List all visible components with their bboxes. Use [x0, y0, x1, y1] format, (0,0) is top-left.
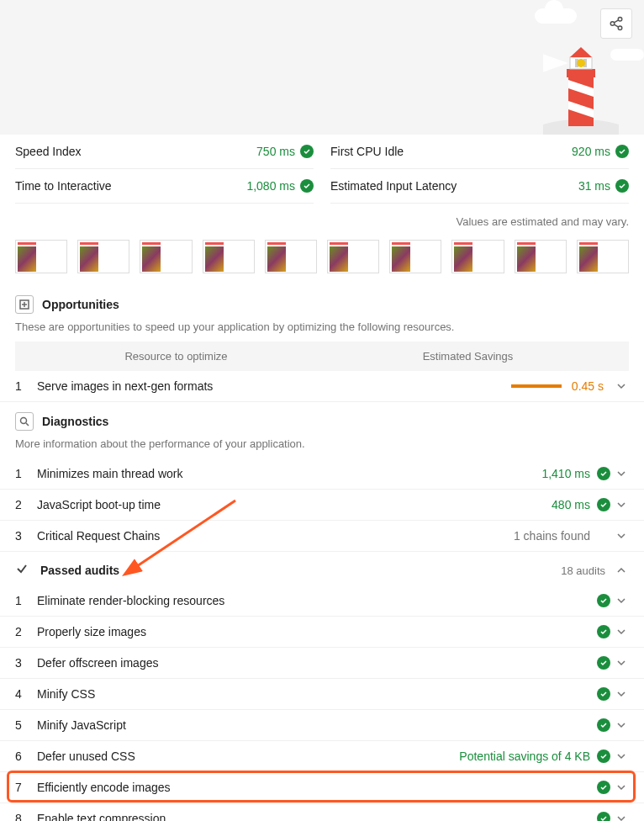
svg-line-3	[614, 24, 618, 27]
chevron-up-icon[interactable]	[614, 565, 629, 575]
metric-row: Estimated Input Latency 31 ms	[330, 169, 629, 204]
passed-audit-row[interactable]: 5 Minify JavaScript	[0, 710, 644, 741]
section-title: Opportunities	[42, 298, 119, 311]
audit-title: Efficiently encode images	[37, 781, 597, 794]
passed-audit-row[interactable]: 7 Efficiently encode images	[0, 772, 644, 803]
passed-audit-row[interactable]: 2 Properly size images	[0, 617, 644, 648]
audit-num: 3	[15, 656, 37, 670]
passed-audit-row[interactable]: 8 Enable text compression	[0, 803, 644, 821]
pass-icon	[597, 749, 610, 763]
filmstrip-thumb	[203, 240, 255, 273]
report-header	[0, 0, 644, 135]
svg-point-2	[618, 26, 622, 30]
svg-line-17	[26, 423, 29, 426]
chevron-down-icon[interactable]	[614, 751, 629, 761]
chevron-down-icon[interactable]	[614, 531, 629, 541]
audit-value: 1,410 ms	[541, 467, 590, 480]
metric-row: Speed Index 750 ms	[15, 135, 314, 169]
audit-count: 18 audits	[561, 564, 605, 577]
audit-num: 1	[15, 594, 37, 607]
passed-audit-row[interactable]: 4 Minify CSS	[0, 679, 644, 710]
audit-title: Defer unused CSS	[37, 749, 459, 763]
pass-icon	[597, 687, 610, 701]
audit-title: Defer offscreen images	[37, 656, 597, 670]
lighthouse-icon	[543, 34, 619, 135]
cloud-decoration	[535, 8, 577, 24]
metric-label: First CPU Idle	[330, 145, 404, 158]
col-header: Estimated Savings	[322, 350, 614, 363]
svg-point-0	[618, 18, 622, 22]
pass-icon	[300, 179, 314, 193]
svg-marker-12	[570, 47, 592, 57]
section-desc: More information about the performance o…	[0, 436, 644, 458]
chevron-down-icon[interactable]	[614, 500, 629, 510]
chevron-down-icon[interactable]	[614, 381, 629, 391]
metric-label: Speed Index	[15, 145, 82, 158]
passed-audit-row[interactable]: 6 Defer unused CSS Potential savings of …	[0, 741, 644, 772]
metrics-grid: Speed Index 750 ms Time to Interactive 1…	[0, 135, 644, 204]
metric-value: 1,080 ms	[246, 179, 314, 193]
chevron-down-icon[interactable]	[614, 596, 629, 606]
filmstrip	[0, 236, 644, 285]
passed-audit-row[interactable]: 1 Eliminate render-blocking resources	[0, 585, 644, 617]
pass-icon	[615, 179, 629, 193]
audit-num: 1	[15, 379, 37, 393]
share-icon	[609, 16, 624, 31]
audit-num: 4	[15, 687, 37, 701]
filmstrip-thumb	[451, 240, 504, 273]
opportunities-icon	[15, 295, 34, 314]
svg-point-1	[610, 22, 615, 26]
audit-title: Serve images in next-gen formats	[37, 379, 511, 393]
chevron-down-icon[interactable]	[614, 627, 629, 637]
audit-num: 8	[15, 812, 37, 821]
pass-icon	[615, 145, 629, 158]
chevron-down-icon[interactable]	[614, 720, 629, 730]
chevron-down-icon[interactable]	[614, 469, 629, 479]
filmstrip-thumb	[389, 240, 441, 273]
opportunity-row[interactable]: 1 Serve images in next-gen formats 0.45 …	[0, 371, 644, 402]
passed-audits-header[interactable]: Passed audits 18 audits	[0, 552, 644, 585]
audit-title: Minify CSS	[37, 687, 597, 701]
chevron-down-icon[interactable]	[614, 658, 629, 668]
metric-label: Time to Interactive	[15, 179, 112, 193]
metric-row: Time to Interactive 1,080 ms	[15, 169, 314, 204]
pass-icon	[597, 812, 610, 821]
svg-rect-7	[567, 69, 595, 77]
filmstrip-thumb	[77, 240, 129, 273]
audit-value: 480 ms	[552, 498, 590, 511]
diagnostics-icon	[15, 412, 34, 431]
savings-bar	[511, 384, 562, 388]
pass-icon	[597, 467, 610, 480]
passed-audit-row[interactable]: 3 Defer offscreen images	[0, 648, 644, 679]
audit-value: 0.45 s	[572, 379, 604, 393]
metric-value: 920 ms	[572, 145, 629, 158]
chevron-down-icon[interactable]	[614, 782, 629, 792]
col-header: Resource to optimize	[30, 350, 322, 363]
audit-title: Critical Request Chains	[37, 529, 514, 543]
pass-icon	[597, 625, 610, 638]
svg-point-16	[21, 418, 27, 424]
audit-title: Minify JavaScript	[37, 718, 597, 732]
pass-icon	[300, 145, 314, 158]
pass-icon	[597, 498, 610, 511]
audit-title: Eliminate render-blocking resources	[37, 594, 597, 607]
audit-num: 2	[15, 498, 37, 511]
audit-num: 5	[15, 718, 37, 732]
filmstrip-thumb	[15, 240, 67, 273]
opportunities-header: Opportunities	[0, 285, 644, 319]
diagnostic-row[interactable]: 1 Minimizes main thread work 1,410 ms	[0, 458, 644, 490]
estimated-note: Values are estimated and may vary.	[0, 204, 644, 236]
audit-title: Minimizes main thread work	[37, 467, 541, 480]
audit-value: Potential savings of 4 KB	[459, 749, 590, 763]
metric-row: First CPU Idle 920 ms	[330, 135, 629, 169]
filmstrip-thumb	[265, 240, 317, 273]
audit-num: 2	[15, 625, 37, 638]
pass-icon	[597, 594, 610, 607]
filmstrip-thumb	[327, 240, 379, 273]
diagnostic-row[interactable]: 3 Critical Request Chains 1 chains found	[0, 521, 644, 552]
chevron-down-icon[interactable]	[614, 813, 629, 821]
filmstrip-thumb	[140, 240, 192, 273]
diagnostic-row[interactable]: 2 JavaScript boot-up time 480 ms	[0, 490, 644, 521]
audit-num: 3	[15, 529, 37, 543]
chevron-down-icon[interactable]	[614, 689, 629, 699]
